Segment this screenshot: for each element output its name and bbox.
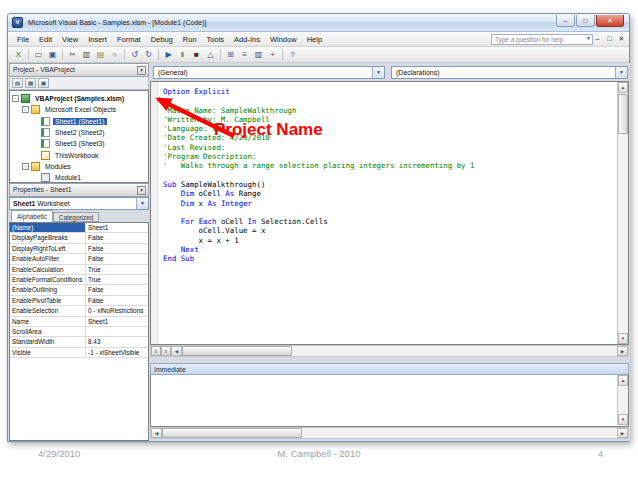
procedure-dropdown-value: (Declarations) [396,69,440,76]
project-close-icon[interactable]: ✕ [137,66,146,75]
property-row[interactable]: DisplayRightToLeftFalse [10,244,148,254]
project-panel-header[interactable]: Project - VBAProject ✕ [9,63,149,77]
menu-view[interactable]: View [57,32,83,47]
title-bar[interactable]: V Microsoft Visual Basic - Samples.xlsm … [8,14,629,32]
help-icon[interactable]: ? [286,48,299,61]
property-row[interactable]: EnableCalculationTrue [10,265,148,275]
copy-icon[interactable]: ▥ [80,48,93,61]
close-button[interactable]: ✕ [596,15,624,27]
maximize-button[interactable]: □ [576,15,595,27]
break-icon[interactable]: ‖ [176,48,189,61]
immediate-vertical-scrollbar[interactable]: ▲ ▼ [617,375,628,425]
property-row[interactable]: DisplayPageBreaksFalse [10,233,148,243]
menu-format[interactable]: Format [112,32,146,47]
scroll-left-icon[interactable]: ◀ [151,428,162,438]
question-help-box[interactable]: Type a question for help [491,34,593,45]
scrollbar-track[interactable] [182,346,617,356]
menu-edit[interactable]: Edit [34,32,57,47]
redo-icon[interactable]: ↻ [142,48,155,61]
chevron-down-icon[interactable]: ▼ [615,67,627,78]
property-row[interactable]: EnableFormatConditionsTrue [10,275,148,285]
property-row[interactable]: EnableSelection0 - xlNoRestrictions [10,306,148,316]
object-dropdown[interactable]: (General) ▼ [153,66,385,79]
tab-alphabetic[interactable]: Alphabetic [11,210,53,222]
paste-icon[interactable]: ▤ [94,48,107,61]
scrollbar-thumb[interactable] [182,346,292,356]
property-row[interactable]: ScrollArea [10,327,148,337]
save-icon[interactable]: ▣ [46,48,59,61]
menu-file[interactable]: File [12,32,34,47]
view-object-button[interactable]: ▦ [25,78,36,88]
procedure-dropdown[interactable]: (Declarations) ▼ [391,66,628,79]
code-vertical-scrollbar[interactable]: ▲ ▼ [617,82,628,344]
toolbox-icon[interactable]: + [266,48,279,61]
child-restore-button[interactable]: □ [605,35,614,43]
scroll-up-icon[interactable]: ▲ [618,82,628,93]
window-controls: – □ ✕ [556,15,624,27]
tree-item[interactable]: Sheet2 (Sheet2) [10,127,148,138]
scroll-down-icon[interactable]: ▼ [618,333,628,344]
run-icon[interactable]: ▶ [162,48,175,61]
properties-panel-header[interactable]: Properties - Sheet1 ✕ [9,183,149,197]
property-row[interactable]: EnableOutliningFalse [10,285,148,295]
object-browser-icon[interactable]: ▥ [252,48,265,61]
tab-categorized[interactable]: Categorized [53,212,99,222]
immediate-window[interactable]: ▲ ▼ [150,375,629,427]
menu-window[interactable]: Window [265,32,302,47]
immediate-horizontal-scrollbar[interactable]: ◀ ▶ [150,427,629,439]
tree-expander-icon[interactable]: - [12,95,19,102]
insert-userform-icon[interactable]: ▭ [32,48,45,61]
property-row[interactable]: StandardWidth8.43 [10,337,148,347]
scroll-up-icon[interactable]: ▲ [618,375,628,386]
view-excel-icon[interactable]: X [12,48,25,61]
menu-insert[interactable]: Insert [83,32,112,47]
property-row[interactable]: NameSheet1 [10,317,148,327]
object-selector[interactable]: Sheet1 Worksheet ▼ [9,197,149,210]
tree-item[interactable]: -VBAProject (Samples.xlsm) [10,93,148,104]
scroll-down-icon[interactable]: ▼ [618,414,628,425]
cut-icon[interactable]: ✂ [66,48,79,61]
property-row[interactable]: (Name)Sheet1 [10,223,148,233]
design-mode-icon[interactable]: △ [204,48,217,61]
property-name: EnableOutlining [10,285,86,294]
child-minimize-button[interactable]: – [593,35,602,43]
menu-help[interactable]: Help [302,32,327,47]
tree-item[interactable]: Module1 [10,172,148,183]
menu-debug[interactable]: Debug [146,32,178,47]
chevron-down-icon[interactable]: ▼ [372,67,384,78]
tree-item[interactable]: Sheet1 (Sheet1) [10,116,148,127]
tree-item[interactable]: -Modules [10,161,148,172]
scroll-right-icon[interactable]: ▶ [617,428,628,438]
view-code-button[interactable]: ▤ [12,78,23,88]
property-row[interactable]: EnableAutoFilterFalse [10,254,148,264]
properties-window-icon[interactable]: ≡ [238,48,251,61]
scroll-right-icon[interactable]: ▶ [617,346,628,356]
reset-icon[interactable]: ■ [190,48,203,61]
scrollbar-thumb[interactable] [618,94,628,134]
immediate-window-header[interactable]: Immediate [150,363,629,375]
menu-addins[interactable]: Add-Ins [229,32,265,47]
split-handle-icon[interactable]: ≡ [151,346,161,356]
tree-item[interactable]: ThisWorkbook [10,149,148,160]
menu-tools[interactable]: Tools [202,32,230,47]
menu-run[interactable]: Run [178,32,202,47]
chevron-down-icon[interactable]: ▼ [136,198,148,209]
property-row[interactable]: Visible-1 - xlSheetVisible [10,348,148,358]
find-icon[interactable]: ○ [108,48,121,61]
code-horizontal-scrollbar[interactable]: ≡ ≡ ◀ ▶ [150,345,629,357]
tree-expander-icon[interactable]: - [22,163,29,170]
scroll-left-icon[interactable]: ◀ [171,346,182,356]
tree-item[interactable]: Sheet3 (Sheet3) [10,138,148,149]
undo-icon[interactable]: ↺ [128,48,141,61]
split-handle-icon[interactable]: ≡ [161,346,171,356]
tree-expander-icon[interactable]: - [22,106,29,113]
tree-item[interactable]: -Microsoft Excel Objects [10,104,148,115]
child-close-button[interactable]: ✕ [617,35,626,43]
project-explorer-icon[interactable]: ⊞ [224,48,237,61]
toggle-folders-button[interactable]: ▣ [38,78,49,88]
minimize-button[interactable]: – [556,15,575,27]
properties-close-icon[interactable]: ✕ [137,186,146,195]
scrollbar-track[interactable] [162,428,617,438]
property-row[interactable]: EnablePivotTableFalse [10,296,148,306]
scrollbar-thumb[interactable] [162,428,302,438]
